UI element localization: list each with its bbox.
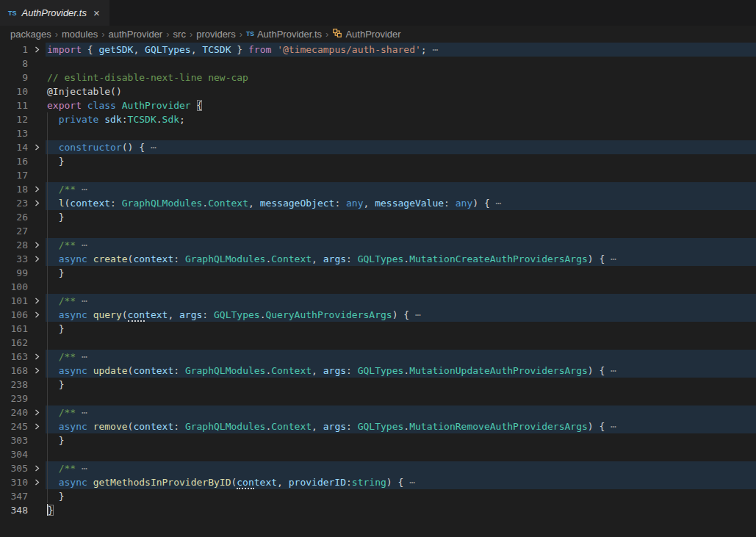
fold-ellipsis: ⋯	[82, 407, 87, 418]
code-text[interactable]: }	[46, 266, 756, 280]
code-text[interactable]	[46, 57, 756, 71]
code-text[interactable]	[46, 280, 756, 294]
code-line[interactable]: 100	[0, 280, 756, 294]
code-text[interactable]: // eslint-disable-next-line new-cap	[46, 71, 756, 84]
code-line[interactable]: 10@Injectable()	[0, 84, 756, 98]
code-line[interactable]: 168 async update(context: GraphQLModules…	[0, 364, 756, 378]
fold-chevron-icon[interactable]	[28, 461, 46, 475]
code-text[interactable]: async create(context: GraphQLModules.Con…	[46, 252, 756, 266]
code-text[interactable]: constructor() { ⋯	[46, 140, 756, 154]
code-token: AuthProvider	[122, 100, 191, 111]
code-editor[interactable]: 1import { getSDK, GQLTypes, TCSDK } from…	[0, 42, 756, 537]
code-line[interactable]: 239	[0, 392, 756, 406]
code-token: :	[346, 477, 352, 488]
fold-chevron-icon[interactable]	[28, 364, 46, 378]
code-line[interactable]: 23 l(context: GraphQLModules.Context, me…	[0, 196, 756, 210]
code-line[interactable]: 33 async create(context: GraphQLModules.…	[0, 252, 756, 266]
fold-chevron-icon[interactable]	[28, 475, 46, 489]
code-line[interactable]: 18 /** ⋯	[0, 182, 756, 196]
code-line[interactable]: 27	[0, 224, 756, 238]
code-line[interactable]: 238 }	[0, 378, 756, 392]
code-text[interactable]: private sdk:TCSDK.Sdk;	[46, 112, 756, 126]
code-text[interactable]	[46, 447, 756, 461]
code-line[interactable]: 13	[0, 126, 756, 140]
fold-chevron-icon[interactable]	[28, 196, 46, 210]
code-text[interactable]: async update(context: GraphQLModules.Con…	[46, 364, 756, 378]
code-text[interactable]: }	[46, 322, 756, 336]
code-text[interactable]: }	[46, 433, 756, 447]
fold-chevron-icon[interactable]	[28, 350, 46, 364]
code-line[interactable]: 1import { getSDK, GQLTypes, TCSDK } from…	[0, 43, 756, 57]
code-line[interactable]: 245 async remove(context: GraphQLModules…	[0, 419, 756, 433]
code-token: :	[110, 198, 122, 209]
breadcrumb-symbol-label: AuthProvider	[345, 29, 400, 40]
breadcrumb-item-symbol[interactable]: AuthProvider	[332, 27, 400, 40]
fold-chevron-icon[interactable]	[28, 43, 46, 57]
code-line[interactable]: 303 }	[0, 433, 756, 447]
code-line[interactable]: 310 async getMethodsInProviderByID(conte…	[0, 475, 756, 489]
code-text[interactable]: /** ⋯	[46, 294, 756, 308]
fold-chevron-icon[interactable]	[28, 238, 46, 252]
code-text[interactable]	[46, 392, 756, 406]
fold-chevron-icon[interactable]	[28, 419, 46, 433]
breadcrumb-item-modules[interactable]: modules	[62, 29, 98, 40]
code-line[interactable]: 17	[0, 168, 756, 182]
close-icon[interactable]: ×	[92, 7, 101, 19]
code-text[interactable]	[46, 126, 756, 140]
chevron-right-icon: ›	[166, 29, 169, 40]
code-text[interactable]: /** ⋯	[46, 406, 756, 419]
code-token: context	[133, 421, 173, 432]
code-line[interactable]: 305 /** ⋯	[0, 461, 756, 475]
code-text[interactable]	[46, 336, 756, 350]
code-line[interactable]: 99 }	[0, 266, 756, 280]
code-text[interactable]: @Injectable()	[46, 84, 756, 98]
code-line[interactable]: 28 /** ⋯	[0, 238, 756, 252]
fold-chevron-icon[interactable]	[28, 140, 46, 154]
code-line[interactable]: 162	[0, 336, 756, 350]
code-text[interactable]: import { getSDK, GQLTypes, TCSDK } from …	[46, 43, 756, 57]
fold-chevron-icon[interactable]	[28, 294, 46, 308]
breadcrumb-item-packages[interactable]: packages	[10, 29, 51, 40]
code-line[interactable]: 11export class AuthProvider {	[0, 98, 756, 112]
code-text[interactable]: async remove(context: GraphQLModules.Con…	[46, 419, 756, 433]
code-text[interactable]: async getMethodsInProviderByID(context, …	[46, 475, 756, 489]
code-line[interactable]: 347 }	[0, 489, 756, 503]
code-line[interactable]: 8	[0, 57, 756, 71]
code-line[interactable]: 101 /** ⋯	[0, 294, 756, 308]
breadcrumb-item-file[interactable]: TS AuthProvider.ts	[246, 29, 322, 40]
code-text[interactable]: /** ⋯	[46, 350, 756, 364]
code-line[interactable]: 163 /** ⋯	[0, 350, 756, 364]
code-text[interactable]: }	[46, 503, 756, 517]
code-line[interactable]: 106 async query(context, args: GQLTypes.…	[0, 308, 756, 322]
code-token: from	[248, 44, 271, 55]
code-text[interactable]: /** ⋯	[46, 182, 756, 196]
code-line[interactable]: 14 constructor() { ⋯	[0, 140, 756, 154]
code-text[interactable]	[46, 168, 756, 182]
code-text[interactable]: /** ⋯	[46, 461, 756, 475]
code-line[interactable]: 9// eslint-disable-next-line new-cap	[0, 71, 756, 84]
code-text[interactable]: }	[46, 378, 756, 392]
code-line[interactable]: 348}	[0, 503, 756, 517]
code-line[interactable]: 16 }	[0, 154, 756, 168]
tab-authprovider[interactable]: TS AuthProvider.ts ×	[0, 0, 109, 26]
code-text[interactable]: }	[46, 210, 756, 224]
fold-chevron-icon[interactable]	[28, 182, 46, 196]
fold-chevron-icon[interactable]	[28, 308, 46, 322]
code-text[interactable]: l(context: GraphQLModules.Context, messa…	[46, 196, 756, 210]
code-text[interactable]	[46, 224, 756, 238]
code-text[interactable]: export class AuthProvider {	[46, 98, 756, 112]
breadcrumb-item-authprovider[interactable]: authProvider	[108, 29, 162, 40]
code-text[interactable]: }	[46, 154, 756, 168]
code-text[interactable]: }	[46, 489, 756, 503]
code-line[interactable]: 12 private sdk:TCSDK.Sdk;	[0, 112, 756, 126]
breadcrumb-item-src[interactable]: src	[173, 29, 186, 40]
breadcrumb-item-providers[interactable]: providers	[196, 29, 235, 40]
fold-chevron-icon[interactable]	[28, 252, 46, 266]
code-text[interactable]: /** ⋯	[46, 238, 756, 252]
code-line[interactable]: 161 }	[0, 322, 756, 336]
code-text[interactable]: async query(context, args: GQLTypes.Quer…	[46, 308, 756, 322]
code-line[interactable]: 240 /** ⋯	[0, 406, 756, 419]
code-line[interactable]: 26 }	[0, 210, 756, 224]
fold-chevron-icon[interactable]	[28, 406, 46, 419]
code-line[interactable]: 304	[0, 447, 756, 461]
